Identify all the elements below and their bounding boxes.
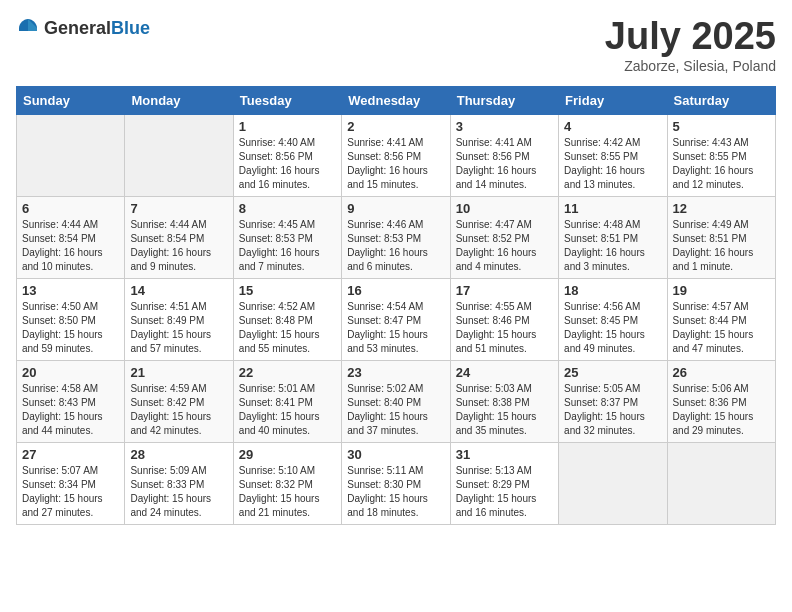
day-number: 25 <box>564 365 661 380</box>
day-number: 2 <box>347 119 444 134</box>
logo: GeneralBlue <box>16 16 150 40</box>
calendar-cell: 29Sunrise: 5:10 AMSunset: 8:32 PMDayligh… <box>233 442 341 524</box>
day-info: Sunrise: 5:07 AMSunset: 8:34 PMDaylight:… <box>22 464 119 520</box>
calendar-cell <box>17 114 125 196</box>
calendar-cell: 3Sunrise: 4:41 AMSunset: 8:56 PMDaylight… <box>450 114 558 196</box>
calendar-cell: 25Sunrise: 5:05 AMSunset: 8:37 PMDayligh… <box>559 360 667 442</box>
day-info: Sunrise: 5:01 AMSunset: 8:41 PMDaylight:… <box>239 382 336 438</box>
day-info: Sunrise: 4:40 AMSunset: 8:56 PMDaylight:… <box>239 136 336 192</box>
day-info: Sunrise: 5:11 AMSunset: 8:30 PMDaylight:… <box>347 464 444 520</box>
day-number: 11 <box>564 201 661 216</box>
day-number: 26 <box>673 365 770 380</box>
day-number: 29 <box>239 447 336 462</box>
calendar-cell: 17Sunrise: 4:55 AMSunset: 8:46 PMDayligh… <box>450 278 558 360</box>
calendar-cell: 11Sunrise: 4:48 AMSunset: 8:51 PMDayligh… <box>559 196 667 278</box>
day-info: Sunrise: 4:44 AMSunset: 8:54 PMDaylight:… <box>22 218 119 274</box>
day-info: Sunrise: 5:13 AMSunset: 8:29 PMDaylight:… <box>456 464 553 520</box>
calendar-cell: 23Sunrise: 5:02 AMSunset: 8:40 PMDayligh… <box>342 360 450 442</box>
day-info: Sunrise: 4:52 AMSunset: 8:48 PMDaylight:… <box>239 300 336 356</box>
day-info: Sunrise: 4:41 AMSunset: 8:56 PMDaylight:… <box>347 136 444 192</box>
calendar-cell: 4Sunrise: 4:42 AMSunset: 8:55 PMDaylight… <box>559 114 667 196</box>
day-number: 13 <box>22 283 119 298</box>
calendar-week-3: 13Sunrise: 4:50 AMSunset: 8:50 PMDayligh… <box>17 278 776 360</box>
day-info: Sunrise: 5:10 AMSunset: 8:32 PMDaylight:… <box>239 464 336 520</box>
day-number: 17 <box>456 283 553 298</box>
day-info: Sunrise: 5:02 AMSunset: 8:40 PMDaylight:… <box>347 382 444 438</box>
weekday-header-row: SundayMondayTuesdayWednesdayThursdayFrid… <box>17 86 776 114</box>
day-info: Sunrise: 4:43 AMSunset: 8:55 PMDaylight:… <box>673 136 770 192</box>
weekday-header-sunday: Sunday <box>17 86 125 114</box>
day-info: Sunrise: 4:55 AMSunset: 8:46 PMDaylight:… <box>456 300 553 356</box>
day-number: 24 <box>456 365 553 380</box>
calendar-cell: 26Sunrise: 5:06 AMSunset: 8:36 PMDayligh… <box>667 360 775 442</box>
day-number: 16 <box>347 283 444 298</box>
day-number: 5 <box>673 119 770 134</box>
calendar-cell: 19Sunrise: 4:57 AMSunset: 8:44 PMDayligh… <box>667 278 775 360</box>
day-number: 28 <box>130 447 227 462</box>
calendar-cell: 22Sunrise: 5:01 AMSunset: 8:41 PMDayligh… <box>233 360 341 442</box>
calendar-cell: 14Sunrise: 4:51 AMSunset: 8:49 PMDayligh… <box>125 278 233 360</box>
calendar-cell: 27Sunrise: 5:07 AMSunset: 8:34 PMDayligh… <box>17 442 125 524</box>
calendar-cell: 2Sunrise: 4:41 AMSunset: 8:56 PMDaylight… <box>342 114 450 196</box>
calendar-cell: 28Sunrise: 5:09 AMSunset: 8:33 PMDayligh… <box>125 442 233 524</box>
calendar-cell: 31Sunrise: 5:13 AMSunset: 8:29 PMDayligh… <box>450 442 558 524</box>
day-number: 7 <box>130 201 227 216</box>
day-info: Sunrise: 5:05 AMSunset: 8:37 PMDaylight:… <box>564 382 661 438</box>
day-info: Sunrise: 4:49 AMSunset: 8:51 PMDaylight:… <box>673 218 770 274</box>
calendar-cell: 13Sunrise: 4:50 AMSunset: 8:50 PMDayligh… <box>17 278 125 360</box>
day-info: Sunrise: 4:54 AMSunset: 8:47 PMDaylight:… <box>347 300 444 356</box>
calendar-week-4: 20Sunrise: 4:58 AMSunset: 8:43 PMDayligh… <box>17 360 776 442</box>
weekday-header-thursday: Thursday <box>450 86 558 114</box>
day-info: Sunrise: 4:51 AMSunset: 8:49 PMDaylight:… <box>130 300 227 356</box>
day-info: Sunrise: 5:06 AMSunset: 8:36 PMDaylight:… <box>673 382 770 438</box>
day-number: 3 <box>456 119 553 134</box>
calendar-cell: 7Sunrise: 4:44 AMSunset: 8:54 PMDaylight… <box>125 196 233 278</box>
weekday-header-wednesday: Wednesday <box>342 86 450 114</box>
day-number: 6 <box>22 201 119 216</box>
weekday-header-friday: Friday <box>559 86 667 114</box>
calendar-cell: 12Sunrise: 4:49 AMSunset: 8:51 PMDayligh… <box>667 196 775 278</box>
calendar-cell: 8Sunrise: 4:45 AMSunset: 8:53 PMDaylight… <box>233 196 341 278</box>
day-info: Sunrise: 4:48 AMSunset: 8:51 PMDaylight:… <box>564 218 661 274</box>
calendar-cell: 16Sunrise: 4:54 AMSunset: 8:47 PMDayligh… <box>342 278 450 360</box>
title-block: July 2025 Zaborze, Silesia, Poland <box>605 16 776 74</box>
calendar-cell: 30Sunrise: 5:11 AMSunset: 8:30 PMDayligh… <box>342 442 450 524</box>
day-number: 10 <box>456 201 553 216</box>
calendar-cell <box>125 114 233 196</box>
calendar-cell: 18Sunrise: 4:56 AMSunset: 8:45 PMDayligh… <box>559 278 667 360</box>
calendar-cell: 10Sunrise: 4:47 AMSunset: 8:52 PMDayligh… <box>450 196 558 278</box>
day-number: 30 <box>347 447 444 462</box>
calendar-cell: 1Sunrise: 4:40 AMSunset: 8:56 PMDaylight… <box>233 114 341 196</box>
day-info: Sunrise: 4:59 AMSunset: 8:42 PMDaylight:… <box>130 382 227 438</box>
day-number: 23 <box>347 365 444 380</box>
day-number: 15 <box>239 283 336 298</box>
location: Zaborze, Silesia, Poland <box>605 58 776 74</box>
day-info: Sunrise: 4:45 AMSunset: 8:53 PMDaylight:… <box>239 218 336 274</box>
weekday-header-monday: Monday <box>125 86 233 114</box>
day-number: 22 <box>239 365 336 380</box>
day-info: Sunrise: 4:58 AMSunset: 8:43 PMDaylight:… <box>22 382 119 438</box>
day-info: Sunrise: 5:03 AMSunset: 8:38 PMDaylight:… <box>456 382 553 438</box>
day-number: 21 <box>130 365 227 380</box>
day-info: Sunrise: 5:09 AMSunset: 8:33 PMDaylight:… <box>130 464 227 520</box>
day-info: Sunrise: 4:47 AMSunset: 8:52 PMDaylight:… <box>456 218 553 274</box>
day-info: Sunrise: 4:56 AMSunset: 8:45 PMDaylight:… <box>564 300 661 356</box>
calendar-table: SundayMondayTuesdayWednesdayThursdayFrid… <box>16 86 776 525</box>
logo-text: GeneralBlue <box>44 18 150 39</box>
calendar-cell: 15Sunrise: 4:52 AMSunset: 8:48 PMDayligh… <box>233 278 341 360</box>
calendar-week-5: 27Sunrise: 5:07 AMSunset: 8:34 PMDayligh… <box>17 442 776 524</box>
day-info: Sunrise: 4:46 AMSunset: 8:53 PMDaylight:… <box>347 218 444 274</box>
day-number: 1 <box>239 119 336 134</box>
logo-general: General <box>44 18 111 38</box>
weekday-header-saturday: Saturday <box>667 86 775 114</box>
calendar-cell: 20Sunrise: 4:58 AMSunset: 8:43 PMDayligh… <box>17 360 125 442</box>
calendar-cell: 5Sunrise: 4:43 AMSunset: 8:55 PMDaylight… <box>667 114 775 196</box>
logo-icon <box>16 16 40 40</box>
calendar-week-2: 6Sunrise: 4:44 AMSunset: 8:54 PMDaylight… <box>17 196 776 278</box>
day-number: 9 <box>347 201 444 216</box>
logo-blue: Blue <box>111 18 150 38</box>
calendar-cell <box>559 442 667 524</box>
calendar-cell <box>667 442 775 524</box>
day-info: Sunrise: 4:42 AMSunset: 8:55 PMDaylight:… <box>564 136 661 192</box>
day-info: Sunrise: 4:57 AMSunset: 8:44 PMDaylight:… <box>673 300 770 356</box>
